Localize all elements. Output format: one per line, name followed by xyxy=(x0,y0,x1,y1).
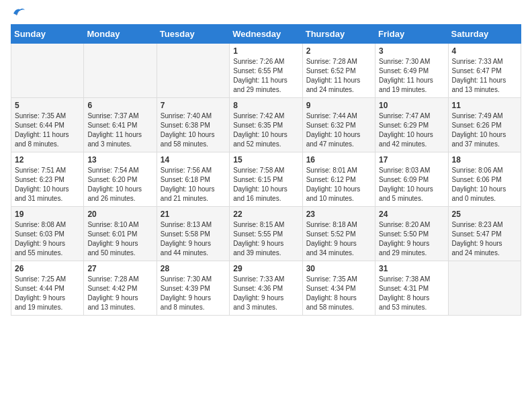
day-info: Sunrise: 7:56 AM Sunset: 6:18 PM Dayligh… xyxy=(161,166,226,203)
calendar-cell: 21Sunrise: 8:13 AM Sunset: 5:58 PM Dayli… xyxy=(157,207,229,261)
weekday-header-sunday: Sunday xyxy=(11,25,84,44)
day-info: Sunrise: 7:47 AM Sunset: 6:29 PM Dayligh… xyxy=(379,111,444,149)
calendar-cell: 19Sunrise: 8:08 AM Sunset: 6:03 PM Dayli… xyxy=(11,207,84,261)
day-number: 15 xyxy=(233,155,298,165)
calendar-cell: 25Sunrise: 8:23 AM Sunset: 5:47 PM Dayli… xyxy=(448,207,521,261)
page-header xyxy=(11,11,521,16)
day-number: 7 xyxy=(161,101,226,110)
calendar-table: SundayMondayTuesdayWednesdayThursdayFrid… xyxy=(11,24,521,316)
calendar-cell: 30Sunrise: 7:35 AM Sunset: 4:34 PM Dayli… xyxy=(302,261,375,316)
day-info: Sunrise: 7:28 AM Sunset: 4:42 PM Dayligh… xyxy=(87,275,152,312)
day-info: Sunrise: 7:35 AM Sunset: 6:44 PM Dayligh… xyxy=(15,111,80,149)
calendar-week-row: 12Sunrise: 7:51 AM Sunset: 6:23 PM Dayli… xyxy=(11,152,521,207)
day-info: Sunrise: 7:51 AM Sunset: 6:23 PM Dayligh… xyxy=(15,166,80,203)
day-info: Sunrise: 7:35 AM Sunset: 4:34 PM Dayligh… xyxy=(306,275,371,312)
day-info: Sunrise: 7:58 AM Sunset: 6:15 PM Dayligh… xyxy=(233,166,298,203)
calendar-cell: 7Sunrise: 7:40 AM Sunset: 6:38 PM Daylig… xyxy=(157,98,229,152)
day-info: Sunrise: 8:15 AM Sunset: 5:55 PM Dayligh… xyxy=(233,220,298,258)
day-info: Sunrise: 7:30 AM Sunset: 4:39 PM Dayligh… xyxy=(161,275,226,312)
day-number: 26 xyxy=(15,264,80,273)
logo-bird-icon xyxy=(12,7,26,19)
calendar-cell: 27Sunrise: 7:28 AM Sunset: 4:42 PM Dayli… xyxy=(84,261,157,316)
day-info: Sunrise: 8:18 AM Sunset: 5:52 PM Dayligh… xyxy=(306,220,371,258)
day-info: Sunrise: 8:23 AM Sunset: 5:47 PM Dayligh… xyxy=(452,220,517,258)
calendar-cell: 26Sunrise: 7:25 AM Sunset: 4:44 PM Dayli… xyxy=(11,261,84,316)
weekday-header-friday: Friday xyxy=(375,25,448,44)
day-number: 16 xyxy=(306,155,371,165)
day-info: Sunrise: 7:30 AM Sunset: 6:49 PM Dayligh… xyxy=(379,57,444,95)
weekday-header-row: SundayMondayTuesdayWednesdayThursdayFrid… xyxy=(11,25,521,44)
calendar-cell: 28Sunrise: 7:30 AM Sunset: 4:39 PM Dayli… xyxy=(157,261,229,316)
calendar-cell: 14Sunrise: 7:56 AM Sunset: 6:18 PM Dayli… xyxy=(157,152,229,207)
calendar-cell: 9Sunrise: 7:44 AM Sunset: 6:32 PM Daylig… xyxy=(302,98,375,152)
calendar-cell: 4Sunrise: 7:33 AM Sunset: 6:47 PM Daylig… xyxy=(448,44,521,98)
day-info: Sunrise: 7:42 AM Sunset: 6:35 PM Dayligh… xyxy=(233,111,298,149)
day-info: Sunrise: 7:25 AM Sunset: 4:44 PM Dayligh… xyxy=(15,275,80,312)
calendar-cell xyxy=(157,44,229,98)
day-number: 27 xyxy=(87,264,152,273)
day-number: 25 xyxy=(452,210,517,219)
day-number: 22 xyxy=(233,210,298,219)
calendar-cell: 1Sunrise: 7:26 AM Sunset: 6:55 PM Daylig… xyxy=(230,44,302,98)
day-info: Sunrise: 8:03 AM Sunset: 6:09 PM Dayligh… xyxy=(379,166,444,203)
calendar-week-row: 5Sunrise: 7:35 AM Sunset: 6:44 PM Daylig… xyxy=(11,98,521,152)
calendar-cell: 22Sunrise: 8:15 AM Sunset: 5:55 PM Dayli… xyxy=(230,207,302,261)
calendar-week-row: 1Sunrise: 7:26 AM Sunset: 6:55 PM Daylig… xyxy=(11,44,521,98)
logo xyxy=(11,11,26,16)
day-number: 10 xyxy=(379,101,444,110)
calendar-cell: 13Sunrise: 7:54 AM Sunset: 6:20 PM Dayli… xyxy=(84,152,157,207)
day-number: 3 xyxy=(379,46,444,56)
day-info: Sunrise: 7:33 AM Sunset: 4:36 PM Dayligh… xyxy=(233,275,298,312)
calendar-cell: 15Sunrise: 7:58 AM Sunset: 6:15 PM Dayli… xyxy=(230,152,302,207)
day-number: 13 xyxy=(87,155,152,165)
day-number: 17 xyxy=(379,155,444,165)
calendar-cell: 12Sunrise: 7:51 AM Sunset: 6:23 PM Dayli… xyxy=(11,152,84,207)
day-number: 18 xyxy=(452,155,517,165)
day-info: Sunrise: 8:10 AM Sunset: 6:01 PM Dayligh… xyxy=(87,220,152,258)
day-number: 14 xyxy=(161,155,226,165)
calendar-cell: 31Sunrise: 7:38 AM Sunset: 4:31 PM Dayli… xyxy=(375,261,448,316)
day-info: Sunrise: 8:13 AM Sunset: 5:58 PM Dayligh… xyxy=(161,220,226,258)
calendar-cell xyxy=(448,261,521,316)
calendar-cell: 24Sunrise: 8:20 AM Sunset: 5:50 PM Dayli… xyxy=(375,207,448,261)
weekday-header-saturday: Saturday xyxy=(448,25,521,44)
calendar-cell: 10Sunrise: 7:47 AM Sunset: 6:29 PM Dayli… xyxy=(375,98,448,152)
day-info: Sunrise: 7:38 AM Sunset: 4:31 PM Dayligh… xyxy=(379,275,444,312)
calendar-cell: 29Sunrise: 7:33 AM Sunset: 4:36 PM Dayli… xyxy=(230,261,302,316)
calendar-cell: 23Sunrise: 8:18 AM Sunset: 5:52 PM Dayli… xyxy=(302,207,375,261)
day-number: 28 xyxy=(161,264,226,273)
day-number: 9 xyxy=(306,101,371,110)
calendar-cell: 6Sunrise: 7:37 AM Sunset: 6:41 PM Daylig… xyxy=(84,98,157,152)
day-info: Sunrise: 7:40 AM Sunset: 6:38 PM Dayligh… xyxy=(161,111,226,149)
calendar-cell: 2Sunrise: 7:28 AM Sunset: 6:52 PM Daylig… xyxy=(302,44,375,98)
day-number: 1 xyxy=(233,46,298,56)
day-info: Sunrise: 7:33 AM Sunset: 6:47 PM Dayligh… xyxy=(452,57,517,95)
day-number: 31 xyxy=(379,264,444,273)
weekday-header-tuesday: Tuesday xyxy=(157,25,229,44)
day-info: Sunrise: 8:06 AM Sunset: 6:06 PM Dayligh… xyxy=(452,166,517,203)
day-info: Sunrise: 8:01 AM Sunset: 6:12 PM Dayligh… xyxy=(306,166,371,203)
calendar-cell xyxy=(11,44,84,98)
day-info: Sunrise: 7:54 AM Sunset: 6:20 PM Dayligh… xyxy=(87,166,152,203)
day-number: 23 xyxy=(306,210,371,219)
weekday-header-wednesday: Wednesday xyxy=(230,25,302,44)
day-number: 4 xyxy=(452,46,517,56)
weekday-header-monday: Monday xyxy=(84,25,157,44)
day-info: Sunrise: 7:26 AM Sunset: 6:55 PM Dayligh… xyxy=(233,57,298,95)
day-number: 12 xyxy=(15,155,80,165)
day-number: 21 xyxy=(161,210,226,219)
day-info: Sunrise: 7:28 AM Sunset: 6:52 PM Dayligh… xyxy=(306,57,371,95)
day-number: 5 xyxy=(15,101,80,110)
day-info: Sunrise: 8:20 AM Sunset: 5:50 PM Dayligh… xyxy=(379,220,444,258)
weekday-header-thursday: Thursday xyxy=(302,25,375,44)
day-info: Sunrise: 7:44 AM Sunset: 6:32 PM Dayligh… xyxy=(306,111,371,149)
calendar-cell xyxy=(84,44,157,98)
day-info: Sunrise: 7:37 AM Sunset: 6:41 PM Dayligh… xyxy=(87,111,152,149)
day-number: 6 xyxy=(87,101,152,110)
calendar-cell: 17Sunrise: 8:03 AM Sunset: 6:09 PM Dayli… xyxy=(375,152,448,207)
calendar-cell: 3Sunrise: 7:30 AM Sunset: 6:49 PM Daylig… xyxy=(375,44,448,98)
day-number: 2 xyxy=(306,46,371,56)
calendar-cell: 5Sunrise: 7:35 AM Sunset: 6:44 PM Daylig… xyxy=(11,98,84,152)
day-number: 20 xyxy=(87,210,152,219)
calendar-cell: 20Sunrise: 8:10 AM Sunset: 6:01 PM Dayli… xyxy=(84,207,157,261)
